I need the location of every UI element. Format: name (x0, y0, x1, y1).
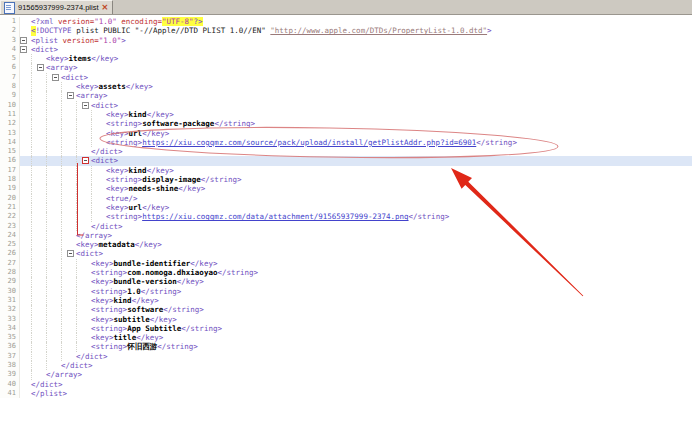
fold-collapse-icon[interactable] (67, 92, 74, 99)
close-x-icon[interactable]: ✕ (102, 4, 109, 12)
line-number[interactable]: 33 (0, 315, 20, 324)
fold-collapse-icon[interactable] (82, 157, 89, 164)
code-line[interactable]: 24</array> (0, 231, 692, 240)
code-line[interactable]: 25<key>metadata</key> (0, 240, 692, 249)
code-line[interactable]: 41</plist> (0, 389, 692, 398)
code-line[interactable]: 14<string>https://xiu.cogqmz.com/source/… (0, 138, 692, 147)
code-line[interactable]: 12<string>software-package</string> (0, 119, 692, 128)
code-line[interactable]: 3<plist version="1.0"> (0, 36, 692, 45)
indent-guide (31, 277, 46, 286)
code-line[interactable]: 31<key>kind</key> (0, 296, 692, 305)
line-number[interactable]: 21 (0, 203, 20, 212)
code-line[interactable]: 16<dict> (0, 156, 692, 165)
line-number[interactable]: 5 (0, 54, 20, 63)
line-number[interactable]: 15 (0, 147, 20, 156)
line-number[interactable]: 17 (0, 166, 20, 175)
code-line[interactable]: 22<string>https://xiu.cogqmz.com/data/at… (0, 212, 692, 221)
line-number[interactable]: 6 (0, 63, 20, 72)
line-number[interactable]: 19 (0, 184, 20, 193)
code-line[interactable]: 15</dict> (0, 147, 692, 156)
syntax-segment-tag: <array> (46, 63, 78, 72)
code-editor[interactable]: 1<?xml version="1.0" encoding="UTF-8"?>2… (0, 15, 692, 424)
line-number[interactable]: 13 (0, 129, 20, 138)
code-line[interactable]: 19<key>needs-shine</key> (0, 184, 692, 193)
code-line[interactable]: 35<key>title</key> (0, 333, 692, 342)
tab-plist-file[interactable]: 91565937999-2374.plist ✕ (0, 0, 113, 14)
line-number[interactable]: 24 (0, 231, 20, 240)
code-line[interactable]: 32<string>software</string> (0, 305, 692, 314)
code-line[interactable]: 33<key>subtitle</key> (0, 315, 692, 324)
line-number[interactable]: 26 (0, 249, 20, 258)
fold-collapse-icon[interactable] (82, 102, 89, 109)
line-number[interactable]: 31 (0, 296, 20, 305)
code-line[interactable]: 2<!DOCTYPE plist PUBLIC "-//Apple//DTD P… (0, 26, 692, 35)
line-number[interactable]: 10 (0, 101, 20, 110)
code-line[interactable]: 7<dict> (0, 73, 692, 82)
code-line[interactable]: 23</dict> (0, 222, 692, 231)
line-number[interactable]: 27 (0, 259, 20, 268)
code-line[interactable]: 30<string>1.0</string> (0, 287, 692, 296)
line-number[interactable]: 3 (0, 36, 20, 45)
line-number[interactable]: 41 (0, 389, 20, 398)
line-number[interactable]: 4 (0, 45, 20, 54)
line-number[interactable]: 12 (0, 119, 20, 128)
line-number[interactable]: 32 (0, 305, 20, 314)
code-line[interactable]: 37</dict> (0, 352, 692, 361)
line-number[interactable]: 7 (0, 73, 20, 82)
code-line[interactable]: 29<key>bundle-version</key> (0, 277, 692, 286)
line-number[interactable]: 1 (0, 17, 20, 26)
code-line[interactable]: 39</array> (0, 370, 692, 379)
code-line[interactable]: 21<key>url</key> (0, 203, 692, 212)
code-line[interactable]: 20<true/> (0, 194, 692, 203)
indent-guide (91, 203, 106, 212)
line-number[interactable]: 36 (0, 342, 20, 351)
line-number[interactable]: 22 (0, 212, 20, 221)
line-number[interactable]: 37 (0, 352, 20, 361)
line-number[interactable]: 39 (0, 370, 20, 379)
code-line[interactable]: 38</dict> (0, 361, 692, 370)
code-line[interactable]: 26<dict> (0, 249, 692, 258)
line-number[interactable]: 34 (0, 324, 20, 333)
line-number[interactable]: 18 (0, 175, 20, 184)
line-number[interactable]: 2 (0, 26, 20, 35)
code-line[interactable]: 17<key>kind</key> (0, 166, 692, 175)
code-line[interactable]: 27<key>bundle-identifier</key> (0, 259, 692, 268)
line-number[interactable]: 40 (0, 380, 20, 389)
code-line[interactable]: 9<array> (0, 91, 692, 100)
line-number[interactable]: 11 (0, 110, 20, 119)
line-number[interactable]: 16 (0, 156, 20, 165)
code-line[interactable]: 13<key>url</key> (0, 129, 692, 138)
line-number[interactable]: 29 (0, 277, 20, 286)
fold-collapse-icon[interactable] (37, 64, 44, 71)
code-line[interactable]: 34<string>App Subtitle</string> (0, 324, 692, 333)
indent-guide (61, 203, 76, 212)
fold-collapse-icon[interactable] (20, 37, 27, 44)
code-line[interactable]: 4<dict> (0, 45, 692, 54)
line-number[interactable]: 38 (0, 361, 20, 370)
fold-collapse-icon[interactable] (52, 74, 59, 81)
line-number[interactable]: 25 (0, 240, 20, 249)
line-number[interactable]: 20 (0, 194, 20, 203)
code-line[interactable]: 10<dict> (0, 101, 692, 110)
fold-collapse-icon[interactable] (20, 46, 27, 53)
line-number[interactable]: 14 (0, 138, 20, 147)
code-line[interactable]: 36<string>怀旧西游</string> (0, 342, 692, 351)
code-line[interactable]: 40</dict> (0, 380, 692, 389)
line-number[interactable]: 30 (0, 287, 20, 296)
code-line[interactable]: 1<?xml version="1.0" encoding="UTF-8"?> (0, 17, 692, 26)
code-line[interactable]: 5<key>items</key> (0, 54, 692, 63)
indent-guide (91, 166, 106, 175)
fold-margin (20, 231, 29, 240)
line-number[interactable]: 8 (0, 82, 20, 91)
fold-collapse-icon[interactable] (67, 250, 74, 257)
indent-guide (76, 277, 91, 286)
code-line[interactable]: 18<string>display-image</string> (0, 175, 692, 184)
code-line[interactable]: 8<key>assets</key> (0, 82, 692, 91)
line-number[interactable]: 23 (0, 222, 20, 231)
code-line[interactable]: 6<array> (0, 63, 692, 72)
line-number[interactable]: 28 (0, 268, 20, 277)
line-number[interactable]: 9 (0, 91, 20, 100)
code-line[interactable]: 28<string>com.nomoga.dhxiaoyao</string> (0, 268, 692, 277)
line-number[interactable]: 35 (0, 333, 20, 342)
code-line[interactable]: 11<key>kind</key> (0, 110, 692, 119)
